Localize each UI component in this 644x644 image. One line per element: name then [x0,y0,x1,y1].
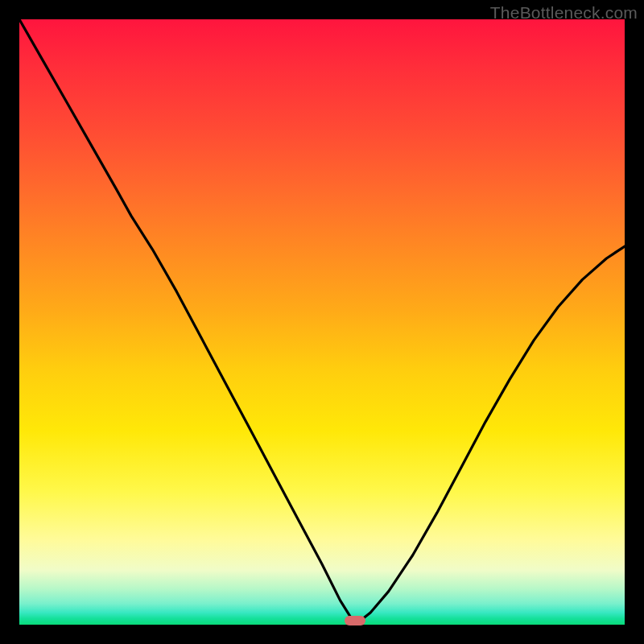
bottleneck-curve [19,19,625,625]
chart-frame: TheBottleneck.com [0,0,644,644]
optimal-marker [345,616,365,625]
plot-area [19,19,625,625]
watermark-text: TheBottleneck.com [490,3,638,23]
curve-path [19,19,625,625]
